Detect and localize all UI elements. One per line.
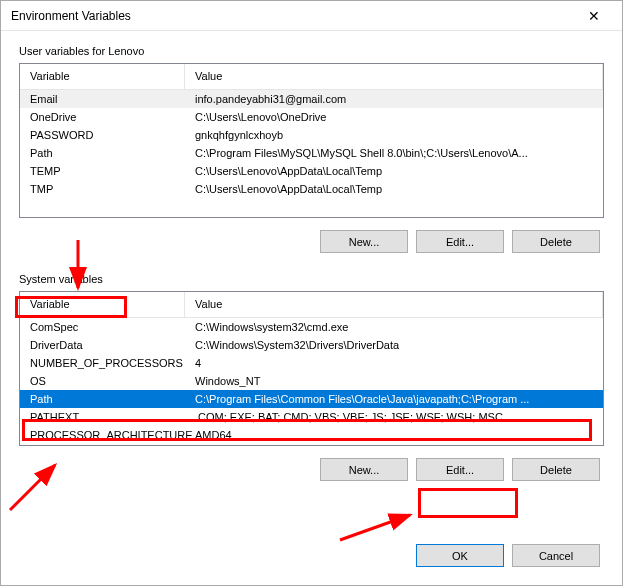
table-row-selected[interactable]: Path C:\Program Files\Common Files\Oracl… [20, 390, 603, 408]
table-row[interactable]: TMP C:\Users\Lenovo\AppData\Local\Temp [20, 180, 603, 198]
col-value[interactable]: Value [185, 64, 603, 89]
user-delete-button[interactable]: Delete [512, 230, 600, 253]
system-vars-label: System variables [19, 273, 604, 285]
user-new-button[interactable]: New... [320, 230, 408, 253]
user-vars-header: Variable Value [20, 64, 603, 90]
table-row[interactable]: OS Windows_NT [20, 372, 603, 390]
system-vars-header: Variable Value [20, 292, 603, 318]
dialog-content: User variables for Lenovo Variable Value… [1, 31, 622, 585]
close-button[interactable]: ✕ [574, 3, 614, 29]
table-row[interactable]: PATHEXT .COM;.EXE;.BAT;.CMD;.VBS;.VBE;.J… [20, 408, 603, 426]
system-delete-button[interactable]: Delete [512, 458, 600, 481]
system-vars-buttons: New... Edit... Delete [19, 446, 604, 481]
user-vars-label: User variables for Lenovo [19, 45, 604, 57]
user-edit-button[interactable]: Edit... [416, 230, 504, 253]
table-row[interactable]: DriverData C:\Windows\System32\Drivers\D… [20, 336, 603, 354]
ok-button[interactable]: OK [416, 544, 504, 567]
titlebar: Environment Variables ✕ [1, 1, 622, 31]
env-vars-dialog: Environment Variables ✕ User variables f… [0, 0, 623, 586]
table-row[interactable]: ComSpec C:\Windows\system32\cmd.exe [20, 318, 603, 336]
cancel-button[interactable]: Cancel [512, 544, 600, 567]
table-row[interactable]: OneDrive C:\Users\Lenovo\OneDrive [20, 108, 603, 126]
close-icon: ✕ [588, 8, 600, 24]
col-value[interactable]: Value [185, 292, 603, 317]
table-row[interactable]: NUMBER_OF_PROCESSORS 4 [20, 354, 603, 372]
table-row[interactable]: PROCESSOR_ARCHITECTURE AMD64 [20, 426, 603, 444]
col-variable[interactable]: Variable [20, 292, 185, 317]
table-row[interactable]: TEMP C:\Users\Lenovo\AppData\Local\Temp [20, 162, 603, 180]
system-new-button[interactable]: New... [320, 458, 408, 481]
system-vars-body[interactable]: ComSpec C:\Windows\system32\cmd.exe Driv… [20, 318, 603, 445]
user-vars-body[interactable]: Email info.pandeyabhi31@gmail.com OneDri… [20, 90, 603, 217]
table-row[interactable]: Path C:\Program Files\MySQL\MySQL Shell … [20, 144, 603, 162]
system-vars-list[interactable]: Variable Value ComSpec C:\Windows\system… [19, 291, 604, 446]
system-edit-button[interactable]: Edit... [416, 458, 504, 481]
table-row[interactable]: PASSWORD gnkqhfgynlcxhoyb [20, 126, 603, 144]
dialog-title: Environment Variables [11, 9, 131, 23]
table-row[interactable]: Email info.pandeyabhi31@gmail.com [20, 90, 603, 108]
user-vars-buttons: New... Edit... Delete [19, 218, 604, 253]
col-variable[interactable]: Variable [20, 64, 185, 89]
dialog-buttons: OK Cancel [19, 528, 604, 571]
user-vars-list[interactable]: Variable Value Email info.pandeyabhi31@g… [19, 63, 604, 218]
